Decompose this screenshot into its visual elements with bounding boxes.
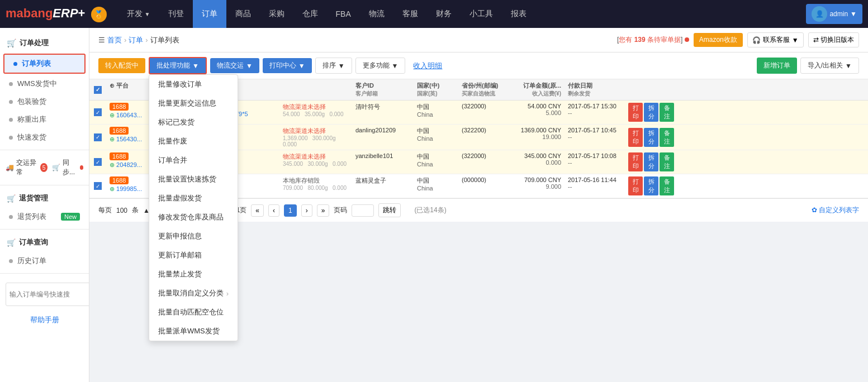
nav-item-kaifa[interactable]: 开发 ▼ <box>118 0 159 28</box>
nav-item-caigou[interactable]: 采购 <box>260 0 293 28</box>
nav-item-caiwu[interactable]: 财务 <box>427 0 461 28</box>
note-button[interactable]: 备注 <box>660 128 674 147</box>
top-navigation: mabangERP+ 🏅 开发 ▼ 刊登 订单 商品 采购 仓库 FBA 物流 … <box>0 0 868 28</box>
note-button[interactable]: 备注 <box>660 103 674 122</box>
split-button[interactable]: 拆分 <box>644 103 658 122</box>
import-button[interactable]: 导入/出相关 ▼ <box>800 58 859 74</box>
sidebar-item-order-list[interactable]: 订单列表 <box>3 54 86 74</box>
first-page-button[interactable]: « <box>251 204 264 217</box>
sidebar-item-transport-exception[interactable]: 🚚 交运异常 5 <box>6 158 48 177</box>
split-button[interactable]: 拆分 <box>644 152 658 171</box>
page-num-button[interactable]: 1 <box>284 204 297 217</box>
batch-auto-match-bin[interactable]: 批量自动匹配空仓位 <box>149 303 238 322</box>
row-actions-3: 打印 拆分 备注 <box>626 150 676 174</box>
search-input[interactable] <box>6 283 89 306</box>
mark-shipped[interactable]: 标记已发货 <box>149 113 238 132</box>
income-link[interactable]: 收入明细 <box>413 61 442 71</box>
logistics-error-link[interactable]: 物流渠道未选择 <box>283 153 326 160</box>
nav-item-xiaogongju[interactable]: 小工具 <box>461 0 502 28</box>
note-button[interactable]: 备注 <box>660 176 674 195</box>
merge-orders[interactable]: 订单合并 <box>149 151 238 170</box>
order-id[interactable]: 204829... <box>116 161 142 168</box>
batch-void[interactable]: 批量作废 <box>149 132 238 151</box>
order-id[interactable]: 199985... <box>116 185 142 192</box>
batch-ban-ship[interactable]: 批量禁止发货 <box>149 265 238 284</box>
logistics-error-link[interactable]: 物流渠道未选择 <box>283 103 326 110</box>
header-checkbox[interactable]: ✓ <box>94 86 102 94</box>
sidebar-divider-2 <box>0 185 89 185</box>
sidebar-item-wms[interactable]: WMS发货中 <box>0 75 89 93</box>
order-id[interactable]: 156430... <box>116 136 142 142</box>
batch-update-logistics[interactable]: 批量更新交运信息 <box>149 94 238 113</box>
logistics-button[interactable]: 物流交运 ▼ <box>210 58 259 73</box>
batch-quick-pick[interactable]: 批量设置快速拣货 <box>149 170 238 189</box>
sort-button[interactable]: 排序 ▼ <box>315 58 352 74</box>
amazon-btn[interactable]: Amazon收款 <box>694 33 743 47</box>
print-button[interactable]: 打印 <box>628 103 643 122</box>
sidebar-item-packaging[interactable]: 包装验货 <box>0 93 89 111</box>
row-amount-2: 1369.000 CNY 19.000 <box>509 125 565 150</box>
chevron-down-icon: ▼ <box>792 36 799 44</box>
row-checkbox-3[interactable]: ✓ <box>94 158 102 166</box>
sidebar-item-return-list[interactable]: 退货列表 New <box>0 208 89 226</box>
nav-item-wuliu[interactable]: 物流 <box>360 0 393 28</box>
sidebar-item-history[interactable]: 历史订单 <box>0 252 89 270</box>
sidebar-item-sync[interactable]: 🛒 同步... <box>52 158 83 177</box>
batch-remove-category[interactable]: 批量取消自定义分类 › <box>149 284 238 303</box>
custom-columns-link[interactable]: ✿ 自定义列表字 <box>812 206 859 215</box>
split-button[interactable]: 拆分 <box>644 128 658 147</box>
row-check-3[interactable]: ✓ <box>89 150 106 174</box>
switch-btn[interactable]: ⇄ 切换旧版本 <box>808 32 859 47</box>
sidebar-item-weight-out[interactable]: 称重出库 <box>0 111 89 128</box>
page-jump-input[interactable] <box>352 204 374 217</box>
dot-icon <box>9 215 13 219</box>
logistics-error-link[interactable]: 物流渠道未选择 <box>283 127 326 134</box>
jump-button[interactable]: 跳转 <box>378 203 401 217</box>
update-order-email[interactable]: 更新订单邮箱 <box>149 246 238 265</box>
main-layout: 🛒 订单处理 订单列表 WMS发货中 包装验货 称重出库 快速发货 🚚 <box>0 28 868 382</box>
batch-wms-ship[interactable]: 批量派单WMS发货 <box>149 322 238 341</box>
print-button[interactable]: 打印 <box>628 176 643 195</box>
convert-to-picking-button[interactable]: 转入配货中 <box>98 58 145 73</box>
help-link[interactable]: 帮助手册 <box>0 309 89 331</box>
pending-link[interactable]: [您有 139 条待审单据] <box>617 35 689 45</box>
update-declaration-info[interactable]: 更新申报信息 <box>149 227 238 246</box>
next-page-button[interactable]: › <box>301 204 312 217</box>
nav-item-kefu[interactable]: 客服 <box>393 0 427 28</box>
row-check-4[interactable]: ✓ <box>89 174 106 198</box>
batch-fake-ship[interactable]: 批量虚假发货 <box>149 189 238 208</box>
note-button[interactable]: 备注 <box>660 152 674 171</box>
prev-page-button[interactable]: ‹ <box>268 204 279 217</box>
nav-item-cangku[interactable]: 仓库 <box>293 0 327 28</box>
print-center-button[interactable]: 打印中心 ▼ <box>263 58 312 73</box>
nav-item-kandeng[interactable]: 刊登 <box>159 0 193 28</box>
breadcrumb-orders[interactable]: 订单 <box>129 35 143 45</box>
sidebar-item-quick-ship[interactable]: 快速发货 <box>0 128 89 146</box>
order-id[interactable]: 160643... <box>116 112 142 118</box>
row-checkbox-2[interactable]: ✓ <box>94 133 102 141</box>
batch-functions-button[interactable]: 批处理功能 ▼ <box>149 57 207 74</box>
nav-item-baobiao[interactable]: 报表 <box>502 0 535 28</box>
new-order-button[interactable]: 新增订单 <box>757 58 797 74</box>
refresh-icon: ⇄ <box>813 36 819 44</box>
nav-item-dingdan[interactable]: 订单 <box>193 0 226 28</box>
split-button[interactable]: 拆分 <box>644 176 658 195</box>
row-check-2[interactable]: ✓ <box>89 125 106 150</box>
nav-item-shangpin[interactable]: 商品 <box>226 0 260 28</box>
customer-id: danling201209 <box>355 127 410 133</box>
print-button[interactable]: 打印 <box>628 152 643 171</box>
admin-button[interactable]: 👤 admin ▼ <box>806 4 862 24</box>
print-button[interactable]: 打印 <box>628 128 643 147</box>
toolbar-right: 新增订单 导入/出相关 ▼ <box>757 58 859 74</box>
breadcrumb-home[interactable]: 首页 <box>107 35 122 45</box>
breadcrumb-current: 订单列表 <box>150 35 179 45</box>
row-checkbox-1[interactable]: ✓ <box>94 108 102 116</box>
more-functions-button[interactable]: 更多功能 ▼ <box>355 58 406 74</box>
service-btn[interactable]: 🎧 联系客服 ▼ <box>747 32 804 47</box>
row-checkbox-4[interactable]: ✓ <box>94 182 102 190</box>
nav-item-fba[interactable]: FBA <box>327 0 360 28</box>
row-check-1[interactable]: ✓ <box>89 101 106 124</box>
batch-modify-orders[interactable]: 批量修改订单 <box>149 75 238 94</box>
modify-ship-warehouse[interactable]: 修改发货仓库及商品 <box>149 208 238 227</box>
last-page-button[interactable]: » <box>317 204 330 217</box>
